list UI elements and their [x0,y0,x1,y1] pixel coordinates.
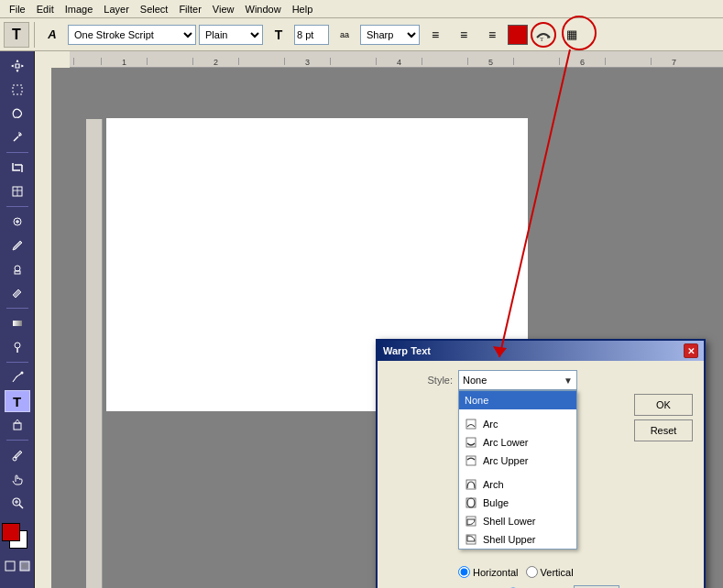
vertical-radio-label[interactable]: Vertical [526,566,574,578]
tool-lasso[interactable] [5,103,30,125]
align-right-button[interactable]: ≡ [479,22,505,48]
align-left-button[interactable]: ≡ [422,22,448,48]
ruler-tick [330,58,376,65]
reset-button[interactable]: Reset [634,419,693,441]
dialog-body: OK Reset Style: None ▼ None [378,361,704,588]
ruler-area: 1 2 3 4 5 6 7 [0,51,723,68]
ruler-tick [422,58,467,65]
menu-window[interactable]: Window [240,2,287,16]
toolbox: T [0,51,35,588]
tool-magic-wand[interactable] [5,126,30,148]
menu-select[interactable]: Select [135,2,174,16]
tool-hand[interactable] [5,468,30,490]
menu-help[interactable]: Help [287,2,319,16]
ruler-tick: 4 [376,58,422,65]
style-dropdown-list[interactable]: None Arc Arc [458,390,577,550]
anti-alias-select[interactable]: Sharp None Crisp Strong Smooth [360,25,420,45]
dropdown-item-bulge[interactable]: Bulge [459,494,576,512]
svg-rect-15 [15,271,20,274]
dialog-close-button[interactable]: ✕ [684,343,698,358]
tool-zoom[interactable] [5,492,30,514]
dropdown-item-arc-label: Arc [483,419,498,430]
tool-sep-4 [6,362,28,363]
dropdown-item-shell-lower[interactable]: Shell Lower [459,512,576,530]
dropdown-item-arc-upper[interactable]: Arc Upper [459,452,576,470]
menu-layer[interactable]: Layer [98,2,135,16]
warp-text-button[interactable]: T [531,22,556,48]
font-size-input[interactable] [294,25,329,45]
tool-gradient[interactable] [5,312,30,334]
tool-sep-1 [6,152,28,153]
font-style-select[interactable]: Plain Bold Italic [199,25,263,45]
vertical-radio[interactable] [526,566,538,578]
style-row: Style: None ▼ None [389,370,693,390]
quick-mask-button[interactable] [18,560,31,572]
svg-line-24 [19,505,23,508]
svg-rect-2 [13,85,22,94]
svg-point-19 [20,372,23,375]
orientation-row: Horizontal Vertical [389,562,693,578]
palettes-button[interactable]: ▦ [559,22,585,48]
tool-brush[interactable] [5,234,30,256]
svg-point-35 [467,498,475,507]
text-tool-icon[interactable]: T [4,22,29,48]
standard-mode-button[interactable] [4,560,16,572]
dropdown-item-shell-upper[interactable]: Shell Upper [459,530,576,549]
tool-marquee[interactable] [5,79,30,101]
style-value-text: None [463,375,487,386]
menu-image[interactable]: Image [60,2,99,16]
tool-dodge[interactable] [5,336,30,358]
svg-point-14 [15,266,20,271]
arch-icon [465,478,477,491]
font-family-select[interactable]: One Stroke Script [68,25,196,45]
ruler-tick [238,58,284,65]
svg-rect-27 [5,561,15,571]
tool-stamp[interactable] [5,258,30,280]
ruler-tick [73,58,101,65]
style-select-wrap: None ▼ None Arc [458,370,577,390]
tool-healing[interactable] [5,211,30,233]
tool-eraser[interactable] [5,282,30,304]
tool-shape[interactable] [5,414,30,436]
menu-edit[interactable]: Edit [31,2,60,16]
tool-text[interactable]: T [5,390,30,412]
warp-icon: T [535,27,552,43]
anti-alias-label: aa [332,22,357,48]
foreground-color-box[interactable] [2,523,20,541]
ruler-tick: 6 [559,58,605,65]
tool-eyedropper[interactable] [5,444,30,466]
horizontal-radio-label[interactable]: Horizontal [458,566,519,578]
svg-marker-21 [15,419,20,423]
arc-lower-icon [465,436,477,449]
tool-move[interactable] [5,55,30,77]
menubar: File Edit Image Layer Select Filter View… [0,0,723,18]
align-center-button[interactable]: ≡ [451,22,477,48]
svg-rect-16 [13,321,22,326]
dropdown-item-arch[interactable]: Arch [459,475,576,494]
tool-slice[interactable] [5,180,30,202]
svg-line-3 [14,136,18,141]
font-settings-icon[interactable]: A [39,22,65,48]
horizontal-radio[interactable] [458,566,470,578]
style-select-display[interactable]: None [458,370,577,390]
dropdown-item-arc-upper-label: Arc Upper [483,455,529,466]
menu-filter[interactable]: Filter [173,2,206,16]
divider-1 [34,22,35,48]
dropdown-item-none[interactable]: None [459,391,576,409]
tool-crop[interactable] [5,157,30,179]
size-icon: T [266,22,291,48]
dropdown-item-arc[interactable]: Arc [459,415,576,433]
svg-point-29 [22,563,27,569]
tool-pen[interactable] [5,366,30,388]
menu-view[interactable]: View [207,2,240,16]
dropdown-item-bulge-label: Bulge [483,497,509,508]
ruler-tick: 3 [284,58,330,65]
menu-file[interactable]: File [4,2,31,16]
dialog-titlebar: Warp Text ✕ [378,341,704,361]
text-color-swatch[interactable] [508,25,528,45]
dropdown-item-arc-lower[interactable]: Arc Lower [459,433,576,452]
ruler-tick [513,58,559,65]
dropdown-item-arc-lower-label: Arc Lower [483,437,529,448]
ok-button[interactable]: OK [634,394,693,416]
tool-sep-3 [6,308,28,309]
